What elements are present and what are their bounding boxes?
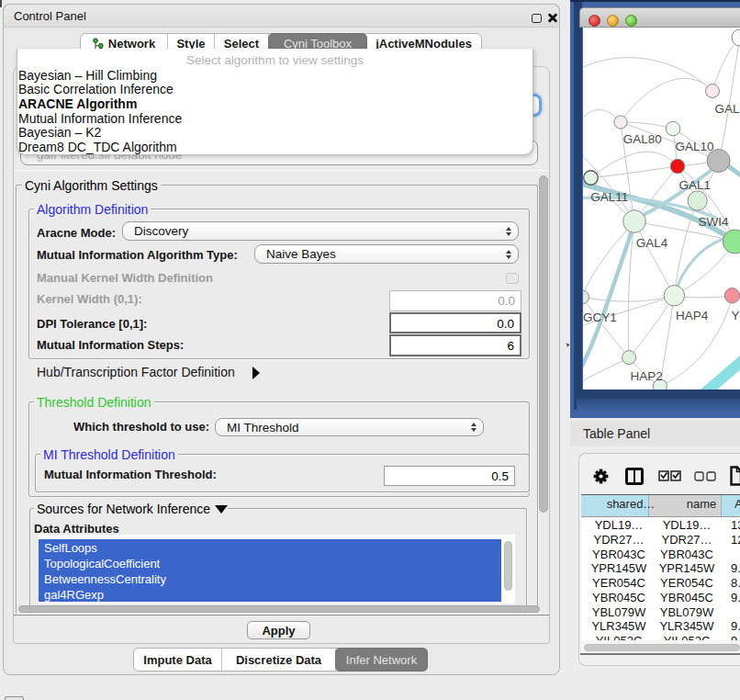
svg-text:YB: YB [732,309,740,322]
svg-text:GCY1: GCY1 [583,310,617,324]
svg-text:HAP2: HAP2 [631,369,663,383]
svg-text:GAL4: GAL4 [636,236,668,250]
svg-text:GAL80: GAL80 [623,132,662,146]
svg-text:GAL10: GAL10 [675,140,713,153]
svg-text:GAL1: GAL1 [679,178,712,192]
svg-text:HAP4: HAP4 [676,309,709,322]
svg-text:GAL7: GAL7 [715,102,740,116]
svg-text:SWI4: SWI4 [699,215,729,229]
svg-text:GAL11: GAL11 [590,190,628,204]
